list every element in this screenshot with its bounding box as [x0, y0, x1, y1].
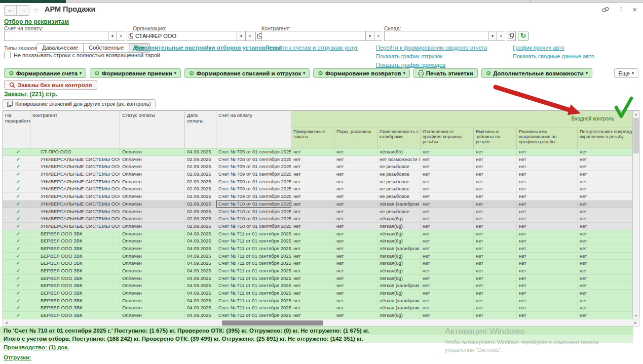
qc-value-cell[interactable]: нет	[421, 178, 474, 185]
qc-value-cell[interactable]: нет	[334, 267, 377, 274]
qc-value-cell[interactable]: нет	[474, 275, 517, 282]
create-receiving-button[interactable]: ⚙ Формирование приемки ▾	[90, 68, 181, 78]
warehouse-choose-icon[interactable]	[507, 31, 516, 41]
qc-value-cell[interactable]: нет	[334, 304, 377, 311]
contractor-cell[interactable]: БЕРВЕЛ ООО ЗВК	[30, 297, 120, 304]
qc-value-cell[interactable]: лёгкая (калибром ...	[377, 304, 421, 311]
reprocess-check-cell[interactable]: ✓	[3, 230, 30, 237]
qc-value-cell[interactable]: нет	[421, 215, 474, 222]
create-invoice-button[interactable]: ⚙ Формирование счета ▾	[4, 68, 86, 78]
qc-value-cell[interactable]: нет	[474, 223, 517, 230]
qc-value-cell[interactable]: нет	[421, 171, 474, 178]
contractor-cell[interactable]: БЕРВЕЛ ООО ЗВК	[30, 253, 120, 260]
qc-value-cell[interactable]: нет	[291, 312, 334, 319]
qc-value-cell[interactable]: нет	[334, 171, 377, 178]
more-button[interactable]: Еще ▾	[614, 68, 638, 78]
qc-value-cell[interactable]: нет	[517, 312, 578, 319]
payment-status-cell[interactable]: Оплачен	[120, 185, 185, 192]
payment-status-cell[interactable]: Оплачен	[120, 148, 185, 155]
payment-status-cell[interactable]: Оплачен	[120, 230, 185, 237]
forward-button[interactable]: →	[17, 6, 29, 15]
qc-value-cell[interactable]: нет	[291, 297, 334, 304]
qc-value-cell[interactable]: нет	[291, 253, 334, 260]
organization-clear-icon[interactable]: ×	[245, 31, 254, 41]
table-row[interactable]: ✓БЕРВЕЛ ООО ЗВКОплачен04.09.2025Счет № 7…	[3, 304, 639, 312]
table-row[interactable]: ✓БЕРВЕЛ ООО ЗВКОплачен04.09.2025Счет № 7…	[3, 282, 639, 290]
contractor-cell[interactable]: УНИВЕРСАЛЬНЫЕ СИСТЕМЫ ООО	[30, 178, 120, 185]
table-row[interactable]: ✓УНИВЕРСАЛЬНЫЕ СИСТЕМЫ ООООплачен02.09.2…	[3, 178, 639, 186]
contractor-cell[interactable]: БЕРВЕЛ ООО ЗВК	[30, 230, 120, 237]
qc-value-cell[interactable]: нет	[578, 230, 632, 237]
qc-value-cell[interactable]: нет	[334, 208, 377, 215]
invoice-cell[interactable]: Счет № 711 от 01 сентября 2025 г.	[216, 267, 291, 274]
orders-without-control-button[interactable]: Заказы без вых контроля	[4, 80, 97, 90]
payment-date-cell[interactable]: 04.09.2025	[185, 245, 216, 252]
payment-date-cell[interactable]: 04.09.2025	[185, 290, 216, 297]
qc-value-cell[interactable]: лёгкая(6g)	[377, 237, 421, 245]
create-returns-button[interactable]: ⚙ Формирование возвратов ▾	[313, 68, 410, 78]
contractor-cell[interactable]: СТ-ПРО ООО	[30, 148, 120, 155]
qc-value-cell[interactable]: лёгкая (калибром ...	[377, 282, 421, 289]
scroll-left-icon[interactable]: ◄	[3, 320, 10, 326]
contractor-filter-input[interactable]	[261, 31, 365, 41]
qc-value-cell[interactable]: нет	[474, 185, 517, 192]
contractor-clear-icon[interactable]: ×	[374, 31, 383, 41]
reprocess-check-cell[interactable]: ✓	[3, 185, 30, 192]
horizontal-scroll-thumb[interactable]	[222, 320, 323, 326]
column-header-reprocess[interactable]: На переработку	[3, 111, 30, 148]
qc-value-cell[interactable]: нет	[334, 245, 377, 252]
qc-value-cell[interactable]: нет	[474, 312, 517, 319]
qc-value-cell[interactable]: нет	[578, 208, 632, 215]
table-row[interactable]: ✓УНИВЕРСАЛЬНЫЕ СИСТЕМЫ ООООплачен02.09.2…	[3, 156, 639, 164]
qc-value-cell[interactable]: нет	[291, 290, 334, 297]
qc-value-cell[interactable]: нет	[291, 163, 334, 170]
qc-value-cell[interactable]: нет	[421, 185, 474, 192]
qc-value-cell[interactable]: нет	[578, 304, 632, 311]
qc-value-cell[interactable]: нет	[578, 163, 632, 170]
qc-value-cell[interactable]: нет	[334, 230, 377, 237]
qc-value-cell[interactable]: нет	[474, 282, 517, 289]
reprocess-check-cell[interactable]: ✓	[3, 253, 30, 260]
contractor-cell[interactable]: БЕРВЕЛ ООО ЗВК	[30, 275, 120, 282]
link-icon[interactable]	[601, 6, 610, 13]
invoice-cell[interactable]: Счет № 710 от 01 сентября 2025 г.	[216, 223, 291, 230]
contractor-cell[interactable]: БЕРВЕЛ ООО ЗВК	[30, 237, 120, 245]
qc-value-cell[interactable]: нет	[578, 185, 632, 192]
qc-value-cell[interactable]: нет	[578, 215, 632, 222]
qc-value-cell[interactable]: нет	[578, 297, 632, 304]
reprocess-check-cell[interactable]: ✓	[3, 193, 30, 200]
qc-value-cell[interactable]: лёгкая(6g)	[377, 230, 421, 237]
payment-date-cell[interactable]: 04.09.2025	[185, 230, 216, 237]
qc-value-cell[interactable]: лёгкая(6g)	[377, 275, 421, 282]
invoice-cell[interactable]: Счет № 709 от 01 сентября 2025 г.	[216, 193, 291, 200]
qc-value-cell[interactable]: нет	[578, 282, 632, 289]
payment-date-cell[interactable]: 02.09.2025	[185, 178, 216, 185]
qc-value-cell[interactable]: нет	[578, 253, 632, 260]
qc-value-cell[interactable]: нет	[334, 148, 377, 155]
qc-value-cell[interactable]: нет	[474, 193, 517, 200]
contractor-cell[interactable]: БЕРВЕЛ ООО ЗВК	[30, 290, 120, 297]
qc-value-cell[interactable]: нет	[291, 282, 334, 289]
contractor-cell[interactable]: БЕРВЕЛ ООО ЗВК	[30, 312, 120, 319]
qc-value-cell[interactable]: нет	[474, 245, 517, 252]
qc-value-cell[interactable]: не резьбовое	[377, 208, 421, 215]
reprocess-check-cell[interactable]: ✓	[3, 200, 30, 208]
qc-value-cell[interactable]: нет	[334, 178, 377, 185]
qc-value-cell[interactable]: нет	[421, 290, 474, 297]
table-row[interactable]: ✓БЕРВЕЛ ООО ЗВКОплачен04.09.2025Счет № 7…	[3, 297, 639, 305]
qc-value-cell[interactable]: нет	[517, 260, 578, 267]
qc-value-cell[interactable]: нет	[517, 275, 578, 282]
qc-value-cell[interactable]: нет	[517, 185, 578, 192]
qc-value-cell[interactable]: лёгкая(6g)	[377, 260, 421, 267]
contractor-cell[interactable]: УНИВЕРСАЛЬНЫЕ СИСТЕМЫ ООО	[30, 185, 120, 192]
qc-value-cell[interactable]: лёгкая (калибром ...	[377, 297, 421, 304]
qc-value-cell[interactable]: нет	[334, 223, 377, 230]
qc-value-cell[interactable]: нет	[291, 178, 334, 185]
horizontal-scrollbar[interactable]: ◄ ►	[3, 320, 639, 327]
payment-date-cell[interactable]: 04.09.2025	[185, 304, 216, 311]
qc-value-cell[interactable]: нет	[421, 260, 474, 267]
payment-status-cell[interactable]: Оплачен	[120, 312, 185, 319]
invoice-cell[interactable]: Счет № 711 от 01 сентября 2025 г.	[216, 290, 291, 297]
payment-date-cell[interactable]: 04.09.2025	[185, 260, 216, 267]
column-header-contractor[interactable]: Контрагент	[30, 111, 120, 148]
